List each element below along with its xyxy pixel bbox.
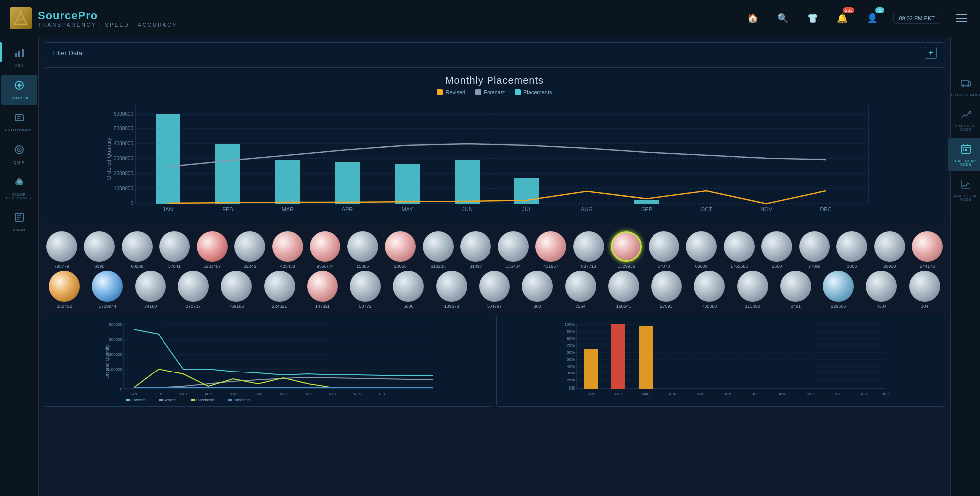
bubble-item-bubblesRow2-11[interactable]: 800: [522, 271, 553, 309]
bubble-item-bubblesRow1-0[interactable]: 795779: [46, 231, 77, 269]
search-icon[interactable]: 🔍: [774, 9, 792, 27]
bubble-item-bubblesRow1-1[interactable]: 8190: [84, 231, 115, 269]
bubble-bubblesRow1-12[interactable]: [498, 231, 529, 262]
bubble-bubblesRow1-13[interactable]: [535, 231, 566, 262]
bubble-item-bubblesRow2-20[interactable]: 304: [909, 271, 940, 309]
bubble-bubblesRow2-19[interactable]: [866, 271, 897, 302]
filter-add-button[interactable]: +: [925, 47, 937, 59]
bar-mar[interactable]: [275, 160, 300, 204]
bubble-item-bubblesRow1-18[interactable]: 1765565: [724, 231, 755, 269]
bubble-bubblesRow2-14[interactable]: [651, 271, 682, 302]
bubble-bubblesRow1-11[interactable]: [460, 231, 491, 262]
bubble-bubblesRow1-2[interactable]: [122, 231, 153, 262]
bubble-item-bubblesRow2-6[interactable]: 147821: [307, 271, 338, 309]
sidebar-item-placement-mode[interactable]: PLACEMENT MODE: [948, 104, 980, 136]
bubble-item-bubblesRow2-12[interactable]: 7264: [565, 271, 596, 309]
bubble-item-bubblesRow2-17[interactable]: 2461: [780, 271, 811, 309]
bubble-item-bubblesRow1-19[interactable]: 2500: [761, 231, 792, 269]
bar-feb[interactable]: [215, 144, 240, 204]
home-icon[interactable]: 🏠: [744, 9, 762, 27]
bubble-item-bubblesRow2-9[interactable]: 139678: [436, 271, 467, 309]
bubble-bubblesRow1-14[interactable]: [573, 231, 604, 262]
bubble-item-bubblesRow2-16[interactable]: 113090: [737, 271, 768, 309]
bubble-bubblesRow1-21[interactable]: [836, 231, 867, 262]
bubble-bubblesRow1-5[interactable]: [234, 231, 265, 262]
bubble-bubblesRow1-22[interactable]: [874, 231, 905, 262]
bubble-item-bubblesRow2-0[interactable]: 252452: [49, 271, 80, 309]
bubble-item-bubblesRow1-15[interactable]: 1329936: [611, 231, 642, 269]
shirt-icon[interactable]: 👕: [804, 9, 821, 27]
sidebar-item-color-conformity[interactable]: COLOR CONFORMITY: [1, 172, 37, 205]
bubble-item-bubblesRow1-13[interactable]: 431957: [535, 231, 566, 269]
bubble-bubblesRow1-10[interactable]: [423, 231, 454, 262]
bubble-item-bubblesRow2-5[interactable]: 224621: [264, 271, 295, 309]
bubble-item-bubblesRow1-7[interactable]: 9356774: [310, 231, 340, 269]
bubble-bubblesRow1-15[interactable]: [611, 231, 642, 262]
bubble-item-bubblesRow1-22[interactable]: 26930: [874, 231, 905, 269]
bubble-bubblesRow2-4[interactable]: [221, 271, 252, 302]
bubble-bubblesRow1-16[interactable]: [649, 231, 679, 262]
bubble-bubblesRow1-18[interactable]: [724, 231, 755, 262]
bubble-bubblesRow1-8[interactable]: [347, 231, 378, 262]
bubble-item-bubblesRow1-9[interactable]: 20055: [385, 231, 416, 269]
sidebar-item-vman[interactable]: VMAN: [1, 207, 37, 237]
bubble-item-bubblesRow1-11[interactable]: 31497: [460, 231, 491, 269]
sidebar-item-vsn[interactable]: VSN: [1, 42, 37, 73]
menu-button[interactable]: [952, 9, 970, 27]
sidebar-item-delivery-mode[interactable]: DELIVERY MODE: [948, 72, 980, 102]
bubble-item-bubblesRow1-17[interactable]: 66000: [686, 231, 717, 269]
bubble-item-bubblesRow1-16[interactable]: 57873: [649, 231, 679, 269]
bubble-bubblesRow2-5[interactable]: [264, 271, 295, 302]
bar-may[interactable]: [395, 164, 420, 204]
sidebar-item-qmip[interactable]: QMIP: [1, 139, 37, 170]
bubble-item-bubblesRow1-21[interactable]: 1806: [836, 231, 867, 269]
bubble-bubblesRow2-20[interactable]: [909, 271, 940, 302]
bubble-item-bubblesRow2-7[interactable]: 50772: [350, 271, 381, 309]
bubble-bubblesRow2-15[interactable]: [694, 271, 725, 302]
sidebar-item-analytical-mode[interactable]: ANALYTICAL MODE: [948, 173, 980, 206]
bubble-bubblesRow2-18[interactable]: [823, 271, 854, 302]
bubble-item-bubblesRow1-8[interactable]: 15385: [347, 231, 378, 269]
bubble-item-bubblesRow1-20[interactable]: 77856: [799, 231, 830, 269]
bubble-bubblesRow2-13[interactable]: [608, 271, 639, 302]
bubble-item-bubblesRow1-4[interactable]: 5233467: [197, 231, 228, 269]
bubble-bubblesRow2-11[interactable]: [522, 271, 553, 302]
bubble-bubblesRow1-6[interactable]: [272, 231, 303, 262]
bubble-item-bubblesRow2-8[interactable]: 5000: [393, 271, 424, 309]
bubble-bubblesRow1-3[interactable]: [159, 231, 190, 262]
bell-icon[interactable]: 🔔 263: [833, 9, 851, 27]
bubble-item-bubblesRow1-2[interactable]: 60289: [122, 231, 153, 269]
bubble-item-bubblesRow1-3[interactable]: 37641: [159, 231, 190, 269]
bar-sep[interactable]: [634, 200, 659, 204]
bubble-bubblesRow2-12[interactable]: [565, 271, 596, 302]
bubble-bubblesRow2-1[interactable]: [92, 271, 123, 302]
bubble-item-bubblesRow2-18[interactable]: 229506: [823, 271, 854, 309]
user-icon[interactable]: 👤 0: [863, 9, 881, 27]
bar-jun[interactable]: [455, 160, 480, 204]
bubble-item-bubblesRow2-15[interactable]: 731388: [694, 271, 725, 309]
bubble-bubblesRow2-8[interactable]: [393, 271, 424, 302]
bubble-item-bubblesRow1-10[interactable]: 618233: [423, 231, 454, 269]
bubble-bubblesRow2-7[interactable]: [350, 271, 381, 302]
bubble-bubblesRow1-1[interactable]: [84, 231, 115, 262]
bubble-item-bubblesRow2-4[interactable]: 769186: [221, 271, 252, 309]
bubble-bubblesRow1-23[interactable]: [912, 231, 943, 262]
bubble-item-bubblesRow2-14[interactable]: 27593: [651, 271, 682, 309]
bubble-item-bubblesRow1-14[interactable]: 887713: [573, 231, 604, 269]
bubble-item-bubblesRow2-1[interactable]: 1729844: [92, 271, 123, 309]
bubble-item-bubblesRow2-13[interactable]: 160641: [608, 271, 639, 309]
bubble-item-bubblesRow1-12[interactable]: 135404: [498, 231, 529, 269]
bubble-bubblesRow1-17[interactable]: [686, 231, 717, 262]
bubble-item-bubblesRow1-6[interactable]: 425438: [272, 231, 303, 269]
bubble-item-bubblesRow1-23[interactable]: 244176: [912, 231, 943, 269]
bubble-bubblesRow2-9[interactable]: [436, 271, 467, 302]
bubble-bubblesRow2-10[interactable]: [479, 271, 510, 302]
bubble-bubblesRow1-20[interactable]: [799, 231, 830, 262]
bubble-item-bubblesRow2-19[interactable]: 4304: [866, 271, 897, 309]
bubble-bubblesRow1-0[interactable]: [46, 231, 77, 262]
bubble-bubblesRow1-4[interactable]: [197, 231, 228, 262]
bubble-bubblesRow1-7[interactable]: [310, 231, 340, 262]
bubble-item-bubblesRow2-10[interactable]: 584797: [479, 271, 510, 309]
bubble-bubblesRow2-2[interactable]: [135, 271, 166, 302]
bubble-bubblesRow2-0[interactable]: [49, 271, 80, 302]
